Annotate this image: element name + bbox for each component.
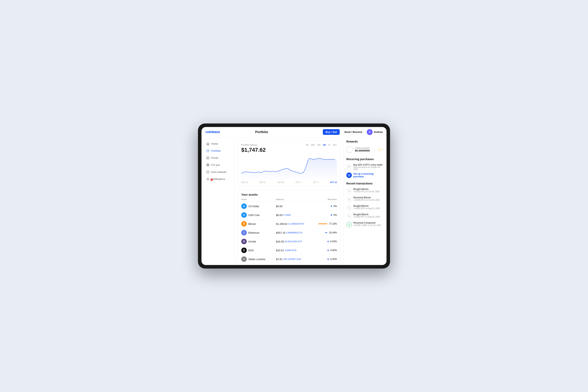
transaction-item[interactable]: Received Bitcoin +0.0135 BTC on Oct 09, … <box>346 195 384 204</box>
asset-balance-crypto: 105.1161867 XLM <box>283 258 301 260</box>
tx-title: Bought Bitcoin <box>354 188 380 190</box>
asset-name: Stellar Lumens <box>248 258 276 261</box>
sidebar-item-notifications[interactable]: 1 Notifications <box>203 176 234 182</box>
asset-balance-usd: $1,349.62 <box>276 222 287 226</box>
asset-name: USD Coin <box>248 214 276 216</box>
rewards-title: Rewards <box>346 140 384 143</box>
sidebar-item-for-you[interactable]: For you <box>203 162 234 168</box>
asset-icon: Ξ <box>241 230 247 236</box>
asset-balance-usd: $10.51 <box>276 249 284 252</box>
transactions-section: Recent transactions Bought Bitcoin +0.00… <box>346 182 384 228</box>
asset-alloc-cell: 20.44% <box>311 231 337 234</box>
portfolio-chart-card: Portfolio balance $1,747.62 1H 24H 1W 1M… <box>238 140 340 187</box>
chart-label-oct2: OCT 2 <box>296 181 301 184</box>
asset-balance-cell: $10.51 4.0484 EOS <box>276 249 311 252</box>
asset-alloc-cell: 0% <box>311 214 337 216</box>
asset-alloc-pct: 0% <box>334 205 337 208</box>
tf-1w[interactable]: 1W <box>317 144 320 146</box>
col-header-asset: Asset <box>241 198 276 200</box>
sidebar-label-prices: Prices <box>211 156 218 159</box>
asset-alloc-pct: 0.45% <box>330 258 337 260</box>
tf-all[interactable]: ALL <box>333 144 337 146</box>
asset-alloc-pct: 20.44% <box>329 231 337 234</box>
send-receive-button[interactable]: Send / Receive <box>341 129 365 135</box>
reward-expand[interactable]: i <box>378 148 384 151</box>
asset-row[interactable]: O Orchid $16.28 64.59147393 OXT 0.93% <box>241 237 337 246</box>
reward-circle-icon <box>346 146 353 153</box>
sidebar-label-for-you: For you <box>211 164 220 166</box>
sidebar-label-notifications: Notifications <box>211 178 225 180</box>
asset-alloc-cell: 0% <box>311 205 337 208</box>
svg-rect-8 <box>208 164 209 164</box>
asset-row[interactable]: $ US Dollar $0.00 0% <box>241 202 337 211</box>
page-title: Portfolio <box>255 130 323 134</box>
asset-balance-crypto: 0.95468859 ETH <box>286 232 302 234</box>
asset-row[interactable]: ✦ Stellar Lumens $7.81 105.1161867 XLM 0… <box>241 255 337 264</box>
asset-balance-usd: $357.15 <box>276 231 285 234</box>
sidebar-item-earn-rewards[interactable]: Earn rewards <box>203 168 234 175</box>
alloc-bar <box>318 224 327 224</box>
sidebar-label-home: Home <box>211 142 218 145</box>
asset-name: Bitcoin <box>248 222 276 226</box>
tx-icon <box>346 214 352 219</box>
asset-icon: O <box>241 239 247 244</box>
sidebar-item-portfolio[interactable]: Portfolio <box>203 148 234 154</box>
tf-1h[interactable]: 1H <box>306 144 308 146</box>
alloc-dot <box>328 250 329 251</box>
tf-1m[interactable]: 1M <box>323 144 326 146</box>
tablet-screen: coinbase Portfolio Buy / Sell Send / Rec… <box>202 127 386 265</box>
right-panel: Rewards Lifetime rewards $0.00000000 i <box>344 137 386 265</box>
buy-sell-button[interactable]: Buy / Sell <box>323 129 340 135</box>
transaction-item[interactable]: Bought Bitcoin +0.0015 BTC on Aug 15, 20… <box>346 204 384 212</box>
tx-title: Received Bitcoin <box>354 196 380 199</box>
tx-sub: +0.0021 BTC on Oct 09, 2020 <box>354 190 380 193</box>
tf-24h[interactable]: 24H <box>311 144 315 146</box>
asset-balance-crypto: 0.11905559 BTC <box>288 223 304 225</box>
alloc-dot <box>328 258 329 260</box>
tx-icon <box>346 222 352 227</box>
setup-recurring-label[interactable]: Set up a recurring purchase <box>354 172 384 178</box>
asset-row[interactable]: $ USD Coin $0.00 0 USDC 0% <box>241 211 337 220</box>
setup-recurring[interactable]: Set up a recurring purchase <box>346 172 384 179</box>
asset-icon: $ <box>241 204 247 209</box>
recurring-btc-icon <box>346 164 352 169</box>
prices-icon <box>206 156 209 159</box>
alloc-bar <box>325 232 327 233</box>
avatar: A <box>367 129 372 135</box>
asset-balance-cell: $0.00 <box>276 205 311 208</box>
user-profile[interactable]: A Andrea <box>367 129 382 135</box>
transaction-item[interactable]: Received Compound +0.0195 COMP on Jul 16… <box>346 220 384 228</box>
asset-balance-cell: $1,349.62 0.11905559 BTC <box>276 222 311 226</box>
svg-marker-17 <box>348 224 350 226</box>
notifications-icon: 1 <box>206 178 209 180</box>
asset-row[interactable]: ₿ Bitcoin $1,349.62 0.11905559 BTC 77.23… <box>241 220 337 228</box>
sidebar-item-prices[interactable]: Prices <box>203 154 234 161</box>
asset-alloc-pct: 0.93% <box>330 240 337 243</box>
chart-timeframes: 1H 24H 1W 1M 1Y ALL <box>306 144 337 146</box>
transaction-item[interactable]: Bought Bitcoin +0.0021 BTC on Oct 09, 20… <box>346 186 384 195</box>
asset-balance-usd: $0.00 <box>276 205 282 208</box>
tx-sub: +0.0015 BTC on Aug 15, 2020 <box>354 207 380 210</box>
asset-balance-usd: $16.28 <box>276 240 284 243</box>
asset-alloc-cell: 0.45% <box>311 258 337 260</box>
tx-icon <box>346 205 352 210</box>
asset-icon: ✦ <box>241 256 247 262</box>
asset-balance-cell: $7.81 105.1161867 XLM <box>276 258 311 261</box>
col-header-allocation: Allocation <box>311 198 337 200</box>
asset-row[interactable]: E EOS $10.51 4.0484 EOS 0.60% <box>241 246 337 255</box>
asset-balance-crypto: 64.59147393 OXT <box>284 240 302 243</box>
asset-alloc-pct: 0% <box>334 214 337 216</box>
asset-row[interactable]: Ξ Ethereum $357.15 0.95468859 ETH 20.44% <box>241 228 337 237</box>
tf-1y[interactable]: 1Y <box>328 144 331 146</box>
sidebar-item-home[interactable]: Home <box>203 140 234 147</box>
assets-section: Your assets Asset Balance Allocation $ U… <box>238 190 340 265</box>
assets-title: Your assets <box>241 193 337 196</box>
asset-balance-usd: $7.81 <box>276 258 282 261</box>
transaction-item[interactable]: Bought Bitcoin +0.0016 BTC on Aug 05, 20… <box>346 212 384 220</box>
top-bar: coinbase Portfolio Buy / Sell Send / Rec… <box>202 127 386 137</box>
asset-icon: $ <box>241 212 247 218</box>
asset-icon: ₿ <box>241 221 247 226</box>
alloc-dot <box>328 241 329 242</box>
svg-rect-7 <box>206 164 207 164</box>
asset-alloc-cell: 77.23% <box>311 222 337 225</box>
